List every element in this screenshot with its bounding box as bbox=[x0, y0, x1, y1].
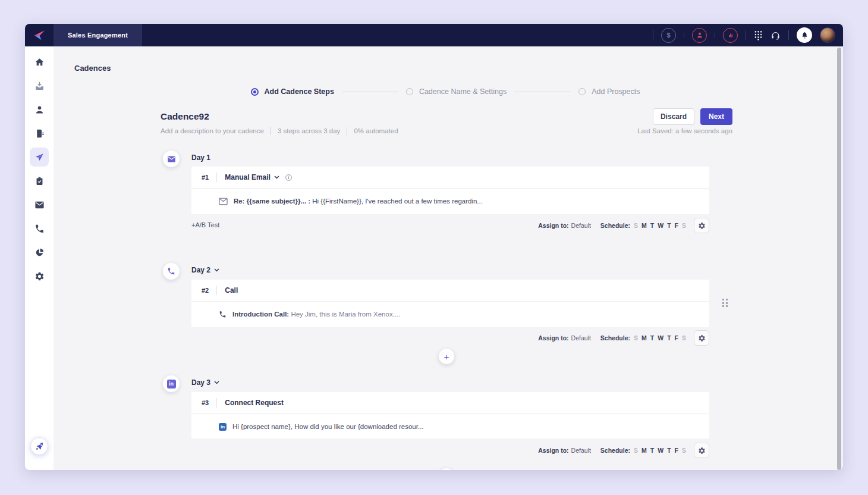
schedule-label: Schedule: bbox=[600, 334, 630, 342]
schedule-day: T bbox=[650, 222, 654, 229]
app-window: Sales Engagement $ bbox=[25, 24, 843, 470]
sidebar-item-emails[interactable] bbox=[30, 195, 49, 214]
linkedin-icon: in bbox=[167, 380, 176, 389]
discard-button[interactable]: Discard bbox=[653, 108, 694, 125]
avatar[interactable] bbox=[820, 27, 835, 43]
schedule-day: S bbox=[634, 447, 638, 454]
schedule-day: S bbox=[634, 222, 638, 229]
step-number: #3 bbox=[202, 399, 209, 406]
divider bbox=[715, 33, 715, 38]
assign-to-value[interactable]: Default bbox=[571, 222, 591, 229]
top-navbar: Sales Engagement $ bbox=[25, 24, 843, 46]
divider bbox=[788, 30, 789, 40]
paper-plane-logo-icon bbox=[33, 29, 46, 42]
headset-icon[interactable] bbox=[770, 30, 781, 40]
chevron-down-icon bbox=[214, 381, 219, 384]
schedule-day: F bbox=[675, 222, 678, 229]
left-sidebar bbox=[25, 46, 54, 470]
step-settings-button[interactable] bbox=[694, 443, 709, 458]
cadence-stepper: Add Cadence Steps Cadence Name & Setting… bbox=[54, 87, 837, 96]
schedule-day: M bbox=[641, 222, 647, 229]
add-step-button[interactable]: + bbox=[439, 349, 454, 364]
step-type-label: Manual Email bbox=[225, 173, 271, 181]
document-icon bbox=[34, 129, 45, 139]
day3-step-content[interactable]: in Hi {prospect name}, How did you like … bbox=[191, 414, 709, 439]
day3-step-card: #3 Connect Request in Hi {prospect name}… bbox=[191, 392, 709, 438]
sidebar-item-calls[interactable] bbox=[30, 219, 49, 238]
email-preview: Hi {{FirstName}}, I've reached out a few… bbox=[310, 198, 483, 205]
steps-summary: 3 steps across 3 day bbox=[278, 127, 340, 134]
launcher-button[interactable] bbox=[30, 437, 48, 455]
assign-to-value[interactable]: Default bbox=[571, 447, 591, 454]
scrollbar[interactable] bbox=[837, 48, 841, 470]
brand-logo[interactable] bbox=[25, 24, 54, 46]
schedule-label: Schedule: bbox=[600, 222, 630, 229]
day2-label[interactable]: Day 2 bbox=[191, 266, 219, 274]
rocket-icon bbox=[35, 442, 44, 451]
stepper-step-cadence-name-settings[interactable]: Cadence Name & Settings bbox=[406, 87, 507, 96]
divider bbox=[271, 127, 271, 135]
day1-step-content[interactable]: Re: {{same subject}}... : Hi {{FirstName… bbox=[191, 189, 709, 214]
next-button[interactable]: Next bbox=[700, 108, 732, 125]
day2-step-content[interactable]: Introduction Call: Hey Jim, this is Mari… bbox=[191, 302, 709, 327]
call-script-preview: Hey Jim, this is Maria from Xenox.... bbox=[289, 311, 400, 318]
tab-sales-engagement[interactable]: Sales Engagement bbox=[54, 24, 142, 46]
stepper-step-add-prospects[interactable]: Add Prospects bbox=[578, 87, 640, 96]
step-type-dropdown[interactable]: Manual Email bbox=[225, 173, 279, 181]
dialpad-icon[interactable] bbox=[754, 30, 763, 40]
day2-step-type-icon bbox=[163, 263, 180, 280]
schedule-day: M bbox=[641, 447, 647, 454]
assign-to-value[interactable]: Default bbox=[571, 334, 591, 342]
dollar-glyph: $ bbox=[666, 32, 670, 39]
sidebar-item-tasks[interactable] bbox=[30, 171, 49, 190]
ab-test-link[interactable]: +A/B Test bbox=[191, 221, 219, 228]
sidebar-item-contacts[interactable] bbox=[30, 100, 49, 119]
plus-icon: + bbox=[444, 352, 449, 362]
step-settings-button[interactable] bbox=[694, 218, 709, 233]
sidebar-item-cadences[interactable] bbox=[30, 148, 49, 167]
info-icon[interactable] bbox=[285, 174, 293, 181]
sidebar-item-inbox[interactable] bbox=[30, 76, 49, 95]
add-step-button-partial[interactable]: + bbox=[439, 468, 454, 470]
cadence-name[interactable]: Cadence92 bbox=[161, 111, 209, 122]
automation-summary: 0% automated bbox=[354, 127, 398, 134]
user-circle-icon[interactable] bbox=[692, 28, 707, 43]
gear-icon bbox=[34, 271, 45, 281]
send-icon bbox=[34, 152, 45, 162]
sidebar-item-settings[interactable] bbox=[30, 267, 49, 286]
day3-step-type-icon: in bbox=[163, 375, 180, 392]
sidebar-item-reports[interactable] bbox=[30, 243, 49, 262]
schedule-day: T bbox=[650, 447, 654, 454]
step-label: Cadence Name & Settings bbox=[419, 87, 507, 96]
bell-icon[interactable] bbox=[797, 27, 812, 43]
chevron-down-icon bbox=[214, 268, 219, 272]
schedule-day: F bbox=[675, 447, 678, 454]
drag-handle[interactable] bbox=[722, 299, 728, 307]
dollar-circle-icon[interactable]: $ bbox=[661, 28, 676, 43]
day-label-text: Day 3 bbox=[191, 378, 210, 387]
day1-footer: Assign to: Default Schedule: S M T W T F… bbox=[538, 218, 709, 233]
chart-circle-icon[interactable] bbox=[723, 28, 738, 43]
step-number: #1 bbox=[202, 174, 209, 181]
connect-message-preview: Hi {prospect name}, How did you like our… bbox=[232, 423, 424, 430]
cadence-description-placeholder[interactable]: Add a description to your cadence bbox=[161, 127, 264, 134]
step-type-label: Connect Request bbox=[225, 399, 284, 407]
step-settings-button[interactable] bbox=[694, 330, 709, 346]
sidebar-item-home[interactable] bbox=[30, 52, 49, 71]
schedule-day: F bbox=[675, 334, 678, 342]
stepper-connector bbox=[514, 92, 571, 92]
assign-to-label: Assign to: bbox=[538, 222, 568, 229]
radio-inactive-icon bbox=[406, 88, 413, 95]
day3-footer: Assign to: Default Schedule: S M T W T F… bbox=[538, 443, 709, 458]
day1-label: Day 1 bbox=[191, 153, 210, 162]
day3-label[interactable]: Day 3 bbox=[191, 378, 219, 387]
gear-icon bbox=[698, 334, 706, 342]
stepper-connector bbox=[342, 92, 398, 92]
stepper-step-add-cadence-steps[interactable]: Add Cadence Steps bbox=[251, 87, 334, 96]
schedule-day: T bbox=[667, 222, 671, 229]
sidebar-item-notes[interactable] bbox=[30, 124, 49, 143]
divider bbox=[216, 398, 217, 408]
schedule-day: S bbox=[682, 447, 686, 454]
schedule-day: T bbox=[650, 334, 654, 342]
divider bbox=[746, 30, 746, 40]
